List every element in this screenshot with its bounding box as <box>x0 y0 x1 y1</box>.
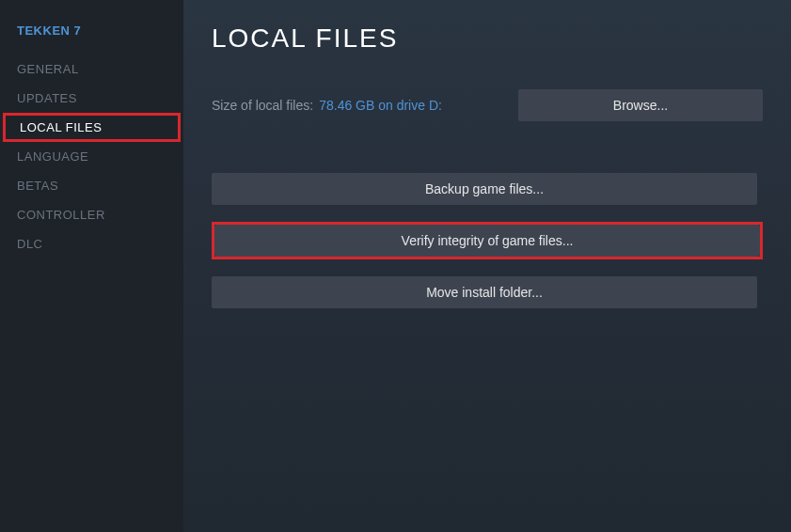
size-value: 78.46 GB on drive D: <box>319 98 513 113</box>
verify-button[interactable]: Verify integrity of game files... <box>214 225 760 257</box>
size-row: Size of local files: 78.46 GB on drive D… <box>212 89 763 121</box>
sidebar-item-betas[interactable]: BETAS <box>0 171 183 200</box>
main-content: LOCAL FILES Size of local files: 78.46 G… <box>183 0 791 532</box>
sidebar-item-general[interactable]: GENERAL <box>0 55 183 84</box>
page-title: LOCAL FILES <box>212 23 763 54</box>
sidebar: TEKKEN 7 GENERAL UPDATES LOCAL FILES LAN… <box>0 0 183 532</box>
sidebar-item-updates[interactable]: UPDATES <box>0 84 183 113</box>
move-button[interactable]: Move install folder... <box>212 276 757 308</box>
sidebar-item-dlc[interactable]: DLC <box>0 229 183 258</box>
sidebar-item-controller[interactable]: CONTROLLER <box>0 200 183 229</box>
sidebar-item-language[interactable]: LANGUAGE <box>0 142 183 171</box>
game-title: TEKKEN 7 <box>0 23 183 55</box>
sidebar-item-local-files[interactable]: LOCAL FILES <box>20 120 164 134</box>
backup-button[interactable]: Backup game files... <box>212 173 757 205</box>
size-label: Size of local files: <box>212 98 313 113</box>
highlight-main: Verify integrity of game files... <box>212 222 763 259</box>
highlight-sidebar: LOCAL FILES <box>3 113 181 142</box>
browse-button[interactable]: Browse... <box>518 89 763 121</box>
